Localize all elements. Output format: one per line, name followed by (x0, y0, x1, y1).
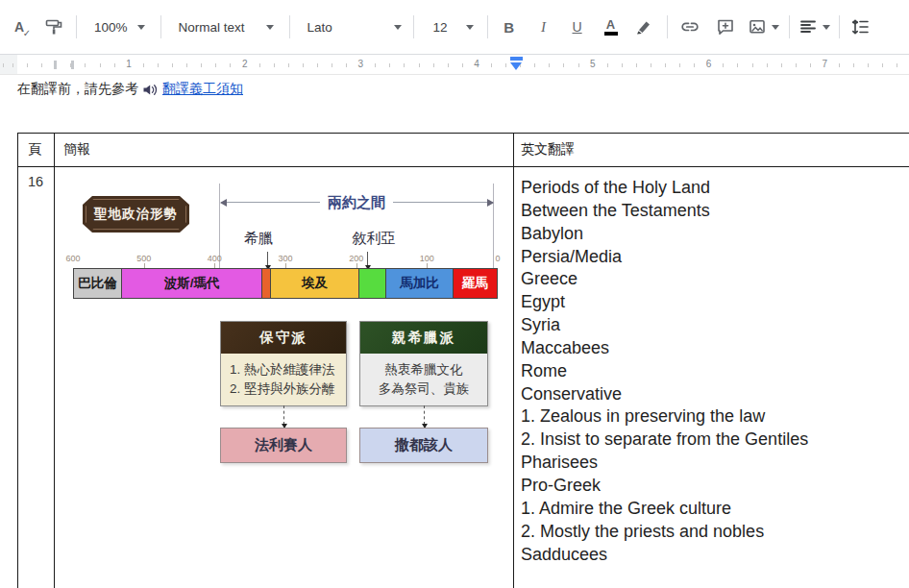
timeline-segment (261, 269, 270, 298)
zoom-value: 100% (94, 20, 128, 35)
pro-greek-title: 親希臘派 (360, 322, 487, 354)
axis-year-label: 300 (278, 254, 292, 263)
slide-diagram-image[interactable]: 聖地政治形勢 兩約之間 希臘 敘利亞 6005004003002001000 巴… (54, 166, 513, 588)
table-column-marker[interactable] (54, 61, 57, 69)
toolbar-divider (76, 15, 77, 38)
add-comment-button[interactable] (714, 13, 737, 40)
toolbar-divider (487, 15, 488, 38)
translation-line: 1. Admire the Greek culture (521, 498, 905, 521)
google-docs-window: A✓ 100% Normal text Lato 12 (0, 0, 909, 588)
highlight-color-button[interactable] (632, 13, 655, 40)
conservative-points: 1. 熱心於維護律法2. 堅持與外族分離 (221, 354, 346, 405)
greece-pointer (267, 252, 268, 266)
align-button[interactable] (799, 13, 830, 40)
timeline-bar: 巴比倫波斯/瑪代埃及馬加比羅馬 (73, 268, 498, 299)
text-color-button[interactable]: A (600, 13, 623, 40)
conservative-title: 保守派 (221, 322, 346, 354)
highlighter-icon (634, 17, 653, 37)
bold-button[interactable]: B (498, 13, 521, 40)
arrowhead-right-icon (487, 199, 494, 207)
ruler-number: 2 (238, 59, 252, 69)
pro-greek-box: 親希臘派 熱衷希臘文化多為祭司、貴族 (359, 321, 488, 406)
toolbar-divider (789, 15, 790, 38)
timeline-segment: 埃及 (270, 269, 358, 298)
faction-point: 熱衷希臘文化 (385, 361, 463, 379)
translation-line: Rome (521, 360, 905, 383)
image-icon (748, 17, 767, 37)
timeline-segment: 馬加比 (385, 269, 453, 298)
toolbar-divider (839, 15, 840, 38)
toolbar: A✓ 100% Normal text Lato 12 (0, 0, 909, 55)
translation-line: Egypt (521, 291, 905, 314)
font-size-select[interactable]: 12 (428, 13, 479, 40)
insert-link-button[interactable] (678, 13, 701, 40)
diagram-title: 聖地政治形勢 (94, 206, 178, 223)
translation-line: Pro-Greek (521, 475, 905, 498)
ruler[interactable]: 1234567 (0, 55, 909, 75)
translation-line: Maccabees (521, 337, 905, 360)
chevron-down-icon (466, 25, 474, 30)
axis-year-label: 0 (495, 254, 500, 263)
diagram-title-badge: 聖地政治形勢 (83, 196, 189, 233)
translation-line: Persia/Media (521, 246, 905, 269)
syria-pointer (367, 252, 368, 266)
translation-line: 2. Insist to separate from the Gentiles (521, 429, 905, 452)
indent-marker[interactable] (509, 56, 524, 73)
translation-table[interactable]: 頁 簡報 英文翻譯 16 聖地政治形勢 兩約之間 希臘 敘利亞 60050040… (17, 133, 909, 588)
font-select[interactable]: Lato (302, 13, 407, 40)
page-number-cell: 16 (28, 174, 43, 189)
paint-roller-icon (44, 17, 63, 37)
translation-line: 2. Mostly the priests and nobles (521, 521, 905, 544)
pro-greek-points: 熱衷希臘文化多為祭司、貴族 (360, 354, 487, 405)
between-testaments-label: 兩約之間 (320, 194, 393, 212)
bold-icon: B (504, 19, 514, 36)
left-indent-marker[interactable] (510, 62, 522, 70)
line-spacing-button[interactable] (848, 13, 872, 40)
spell-check-button[interactable]: A✓ (8, 13, 31, 40)
table-column-marker[interactable] (71, 61, 74, 69)
faction-point: 2. 堅持與外族分離 (230, 380, 346, 398)
ruler-number: 6 (702, 59, 716, 69)
italic-button[interactable]: I (532, 13, 555, 40)
translation-line: Greece (521, 268, 905, 291)
chevron-down-icon (266, 25, 274, 30)
comment-plus-icon (716, 17, 735, 37)
font-size-value: 12 (433, 20, 448, 35)
toolbar-divider (160, 15, 161, 38)
translation-line: Sadducees (521, 544, 905, 567)
chevron-down-icon (394, 25, 402, 30)
timeline-segment (358, 269, 385, 298)
ruler-number: 3 (355, 59, 368, 69)
pro-greek-connector-arrow (424, 405, 425, 425)
link-icon (679, 17, 700, 37)
axis-year-label: 200 (349, 254, 363, 263)
insert-image-button[interactable] (748, 13, 779, 40)
timeline-segment: 巴比倫 (74, 269, 121, 298)
translation-line: Between the Testaments (521, 200, 905, 223)
paragraph-style-select[interactable]: Normal text (173, 13, 280, 40)
ruler-number: 1 (122, 59, 135, 69)
notice-text: 在翻譯前，請先參考 (17, 81, 138, 98)
style-value: Normal text (179, 20, 245, 35)
conservative-box: 保守派 1. 熱心於維護律法2. 堅持與外族分離 (220, 321, 347, 406)
underline-button[interactable]: U (566, 13, 589, 40)
zoom-select[interactable]: 100% (88, 13, 151, 40)
first-line-indent-marker[interactable] (510, 57, 523, 61)
translation-line: Babylon (521, 223, 905, 246)
megaphone-icon (142, 83, 159, 97)
translation-line: 1. Zealous in preserving the law (521, 405, 905, 429)
sadducees-box: 撒都該人 (359, 428, 488, 463)
toolbar-divider (413, 15, 414, 38)
translation-cell[interactable]: Periods of the Holy LandBetween the Test… (521, 177, 905, 566)
greece-label: 希臘 (244, 230, 273, 248)
header-page: 頁 (28, 141, 41, 159)
toolbar-divider (667, 15, 668, 38)
notice-link[interactable]: 翻譯義工須知 (162, 81, 243, 98)
translation-line: Conservative (521, 383, 905, 406)
line-spacing-icon (850, 17, 870, 37)
chevron-down-icon (823, 25, 830, 30)
italic-icon: I (541, 19, 546, 36)
notice-line[interactable]: 在翻譯前，請先參考 翻譯義工須知 (17, 81, 243, 98)
paint-format-button[interactable] (42, 13, 65, 40)
conservative-connector-arrow (283, 405, 284, 425)
